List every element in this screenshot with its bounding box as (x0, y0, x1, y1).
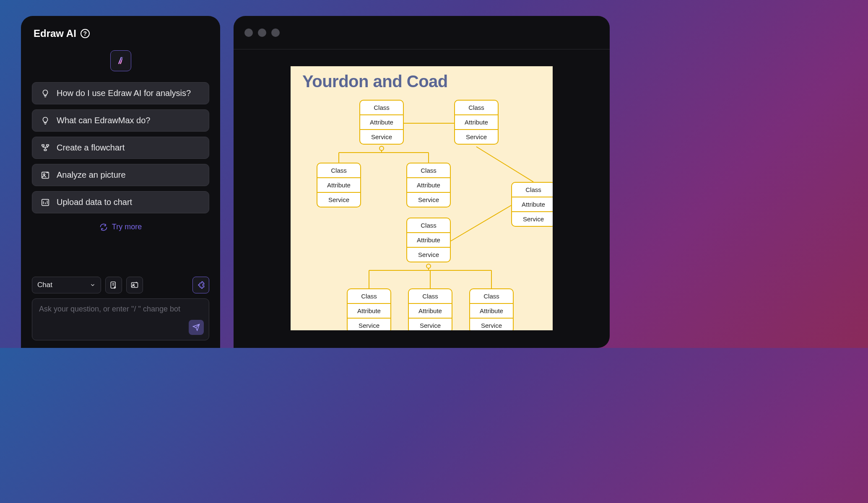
svg-point-9 (379, 146, 384, 150)
class-node[interactable]: Class Attribute Service (469, 288, 514, 330)
chat-input-placeholder: Ask your question, or enter "/ " change … (39, 305, 202, 314)
suggestion-label: Upload data to chart (57, 197, 132, 207)
node-service-label: Service (409, 318, 452, 330)
class-node[interactable]: Class Attribute Service (406, 163, 451, 207)
node-attribute-label: Attribute (409, 303, 452, 318)
node-class-label: Class (317, 163, 360, 177)
node-class-label: Class (407, 163, 450, 177)
try-more-label: Try more (112, 223, 142, 231)
node-attribute-label: Attribute (348, 303, 390, 318)
add-image-button[interactable] (126, 277, 143, 293)
node-attribute-label: Attribute (407, 232, 450, 247)
puzzle-icon (197, 281, 205, 289)
window-bar (234, 16, 610, 49)
bulb-icon (41, 116, 50, 125)
node-class-label: Class (360, 101, 403, 114)
suggestion-button[interactable]: How do I use Edraw AI for analysis? (32, 82, 209, 104)
svg-rect-2 (44, 149, 47, 150)
suggestion-label: How do I use Edraw AI for analysis? (57, 88, 191, 98)
chevron-down-icon (90, 282, 96, 288)
node-service-label: Service (512, 211, 553, 226)
node-service-label: Service (360, 129, 403, 144)
panel-title: Edraw AI (34, 28, 76, 39)
node-attribute-label: Attribute (470, 303, 513, 318)
suggestion-label: Create a flowchart (57, 143, 125, 153)
suggestion-label: What can EdrawMax do? (57, 116, 150, 125)
image-icon (41, 171, 50, 180)
window-dot (258, 29, 266, 37)
class-node[interactable]: Class Attribute Service (359, 100, 404, 145)
window-dot (271, 29, 280, 37)
suggestion-label: Analyze an picture (57, 170, 126, 180)
send-button[interactable] (189, 320, 204, 335)
plugin-button[interactable] (192, 277, 209, 293)
node-class-label: Class (407, 218, 450, 232)
suggestion-button[interactable]: What can EdrawMax do? (32, 109, 209, 132)
help-icon[interactable]: ? (81, 29, 90, 38)
new-doc-button[interactable] (105, 277, 122, 293)
suggestion-button[interactable]: Analyze an picture (32, 164, 209, 186)
node-service-label: Service (455, 129, 498, 144)
diagram-canvas[interactable]: Yourdon and Coad Class Attribute Service… (291, 66, 553, 330)
node-attribute-label: Attribute (317, 177, 360, 192)
canvas-window: Yourdon and Coad Class Attribute Service… (234, 16, 610, 348)
suggestion-button[interactable]: Create a flowchart (32, 137, 209, 159)
node-class-label: Class (348, 289, 390, 303)
node-attribute-label: Attribute (512, 197, 553, 211)
chart-icon (41, 198, 50, 207)
suggestion-list: How do I use Edraw AI for analysis? What… (32, 82, 209, 213)
node-attribute-label: Attribute (407, 177, 450, 192)
class-node[interactable]: Class Attribute Service (347, 288, 391, 330)
svg-point-10 (426, 264, 431, 268)
node-service-label: Service (407, 192, 450, 207)
try-more-button[interactable]: Try more (32, 223, 209, 231)
ai-panel: Edraw AI ? // How do I use Edraw AI for … (21, 16, 220, 348)
node-service-label: Service (348, 318, 390, 330)
node-attribute-label: Attribute (455, 114, 498, 129)
class-node[interactable]: Class Attribute Service (406, 218, 451, 262)
app-logo-icon: // (110, 50, 131, 71)
node-class-label: Class (470, 289, 513, 303)
input-toolbar: Chat (32, 277, 209, 293)
class-node[interactable]: Class Attribute Service (511, 182, 553, 227)
svg-point-4 (43, 174, 45, 175)
svg-rect-0 (42, 144, 44, 146)
logo: // (32, 50, 209, 71)
chat-input[interactable]: Ask your question, or enter "/ " change … (32, 298, 209, 340)
node-service-label: Service (470, 318, 513, 330)
flow-icon (41, 143, 50, 153)
window-dot (244, 29, 253, 37)
node-class-label: Class (455, 101, 498, 114)
doc-arrow-icon (109, 281, 118, 289)
svg-rect-3 (42, 172, 49, 178)
node-class-label: Class (409, 289, 452, 303)
node-class-label: Class (512, 183, 553, 197)
svg-rect-1 (47, 144, 49, 146)
canvas-area: Yourdon and Coad Class Attribute Service… (234, 49, 610, 348)
send-icon (192, 324, 200, 331)
mode-select-label: Chat (37, 281, 52, 289)
panel-header: Edraw AI ? (32, 28, 209, 39)
class-node[interactable]: Class Attribute Service (408, 288, 452, 330)
node-attribute-label: Attribute (360, 114, 403, 129)
image-plus-icon (130, 281, 139, 289)
node-service-label: Service (317, 192, 360, 207)
bulb-icon (41, 89, 50, 98)
refresh-icon (99, 223, 108, 231)
node-service-label: Service (407, 247, 450, 262)
mode-select[interactable]: Chat (32, 277, 101, 293)
class-node[interactable]: Class Attribute Service (317, 163, 361, 207)
suggestion-button[interactable]: Upload data to chart (32, 191, 209, 213)
class-node[interactable]: Class Attribute Service (454, 100, 499, 145)
